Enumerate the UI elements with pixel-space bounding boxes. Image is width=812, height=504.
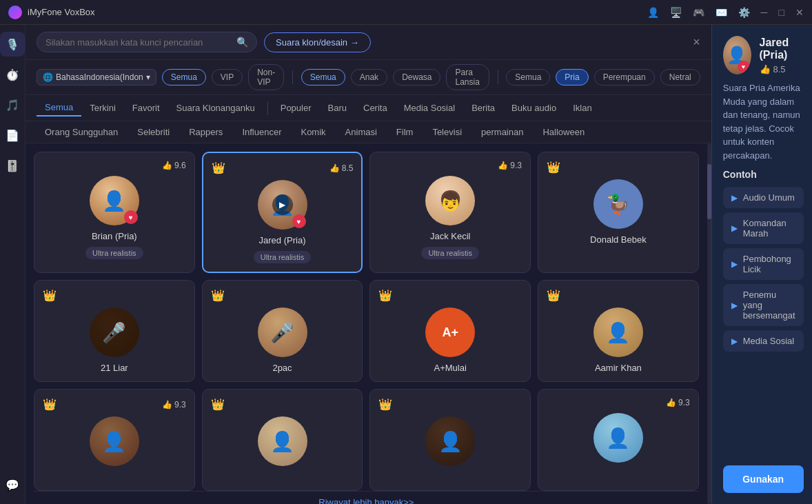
- close-icon[interactable]: ✕: [795, 7, 804, 18]
- sidebar-item-voice[interactable]: 🎙️: [0, 32, 25, 57]
- name-r1: [113, 472, 116, 482]
- avatar-wrap-r2: 👤: [258, 416, 307, 466]
- tag-jared: Ultra realistis: [254, 251, 312, 263]
- card-2pac[interactable]: 👑 🎤 2pac: [202, 280, 363, 382]
- subcat-permainan[interactable]: permainan: [473, 124, 531, 140]
- filter-chip-anak[interactable]: Anak: [351, 69, 387, 85]
- sidebar-item-chat[interactable]: 💬: [0, 472, 25, 497]
- filter-row: 🌐 BahasaIndonesia(Indon ▾ Semua VIP Non-…: [26, 60, 711, 95]
- card-r4[interactable]: 👍 9.3 👤: [538, 389, 699, 491]
- cat-terkini[interactable]: Terkini: [81, 100, 124, 116]
- sample-komandan-marah[interactable]: ▶ Komandan Marah: [723, 212, 804, 244]
- sample-penemu-bersemangat[interactable]: ▶ Penemu yang bersemangat: [723, 284, 804, 326]
- subcat-film[interactable]: Film: [388, 124, 422, 140]
- crown-amulai: 👑: [378, 289, 392, 302]
- sub-category-nav: Orang Sungguhan Selebriti Rappers Influe…: [26, 121, 711, 143]
- cat-iklan[interactable]: Iklan: [565, 100, 600, 116]
- tag-jack: Ultra realistis: [421, 247, 479, 259]
- cards-grid-wrap: 👍 9.6 👤 ♥ Brian (Pria) Ultra realistis: [26, 143, 707, 504]
- gunakan-button[interactable]: Gunakan: [723, 465, 804, 493]
- card-donald[interactable]: 👑 🦆 Donald Bebek: [538, 152, 699, 273]
- subcat-rappers[interactable]: Rappers: [181, 124, 231, 140]
- filter-chip-semua3[interactable]: Semua: [506, 69, 550, 85]
- mail-icon[interactable]: ✉️: [715, 7, 727, 18]
- gear-icon[interactable]: ⚙️: [738, 7, 750, 18]
- search-input[interactable]: [45, 37, 236, 48]
- card-top-21liar: 👑: [43, 289, 186, 302]
- crown-r1: 👑: [43, 398, 57, 411]
- subcat-animasi[interactable]: Animasi: [337, 124, 385, 140]
- cat-baru[interactable]: Baru: [320, 100, 355, 116]
- avatar-donald: 🦆: [593, 179, 643, 229]
- rating-jack: 👍 9.3: [498, 161, 522, 170]
- cat-semua[interactable]: Semua: [37, 99, 81, 117]
- gamepad-icon[interactable]: 🎮: [693, 7, 704, 18]
- scroll-thumb: [707, 164, 711, 219]
- search-button[interactable]: 🔍: [236, 37, 248, 48]
- card-jack[interactable]: 👍 9.3 👦 Jack Kecil Ultra realistis: [369, 152, 531, 273]
- monitor-icon[interactable]: 🖥️: [670, 7, 682, 18]
- thumb-icon-r4: 👍: [666, 398, 676, 407]
- rating-value-brian: 9.6: [174, 161, 186, 170]
- sample-label-audio-umum: Audio Umum: [743, 192, 795, 203]
- card-amulai[interactable]: 👑 A+ A+Mulai: [369, 280, 531, 382]
- filter-chip-pria[interactable]: Pria: [556, 69, 588, 85]
- avatar-wrap-amulai: A+: [425, 308, 475, 357]
- card-r3[interactable]: 👑 👤: [369, 389, 531, 491]
- card-brian[interactable]: 👍 9.6 👤 ♥ Brian (Pria) Ultra realistis: [34, 152, 195, 273]
- subcat-halloween[interactable]: Halloween: [534, 124, 593, 140]
- name-2pac: 2pac: [272, 363, 292, 373]
- history-label: Riwayat lebih banyak>>: [318, 497, 414, 504]
- card-r2[interactable]: 👑 👤: [202, 389, 363, 491]
- cat-berita[interactable]: Berita: [463, 100, 503, 116]
- scroll-indicator[interactable]: [707, 143, 711, 504]
- filter-chip-perempuan[interactable]: Perempuan: [594, 69, 655, 85]
- sidebar-item-document[interactable]: 📄: [0, 123, 25, 148]
- subcat-orang-sungguhan[interactable]: Orang Sungguhan: [37, 124, 126, 140]
- card-21liar[interactable]: 👑 🎤 21 Liar: [34, 280, 195, 382]
- avatar-jack: 👦: [425, 176, 475, 225]
- play-overlay-jared[interactable]: ▶: [272, 194, 293, 215]
- person-icon[interactable]: 👤: [647, 7, 659, 18]
- cat-cerita[interactable]: Cerita: [355, 100, 396, 116]
- sidebar-item-music[interactable]: 🎵: [0, 92, 25, 117]
- minimize-icon[interactable]: ─: [761, 7, 768, 18]
- avatar-r4: 👤: [593, 413, 643, 463]
- filter-chip-vip[interactable]: VIP: [212, 69, 243, 85]
- sample-label-media-sosial: Media Sosial: [743, 336, 794, 346]
- history-row[interactable]: Riwayat lebih banyak>>: [34, 491, 699, 504]
- card-top-r4: 👍 9.3: [547, 398, 690, 407]
- subcat-komik[interactable]: Komik: [292, 124, 334, 140]
- cat-media-sosial[interactable]: Media Sosial: [396, 100, 463, 116]
- subcat-influencer[interactable]: Influencer: [234, 124, 290, 140]
- cat-buku-audio[interactable]: Buku audio: [503, 100, 565, 116]
- sidebar-item-timer[interactable]: ⏱️: [0, 62, 25, 87]
- sample-media-sosial[interactable]: ▶ Media Sosial: [723, 330, 804, 352]
- cat-favorit[interactable]: Favorit: [124, 100, 168, 116]
- filter-chip-semua1[interactable]: Semua: [162, 69, 206, 85]
- filter-chip-netral[interactable]: Netral: [660, 69, 700, 85]
- cat-populer[interactable]: Populer: [272, 100, 320, 116]
- filter-chip-nonvip[interactable]: Non-VIP: [248, 64, 284, 90]
- panel-close-button[interactable]: ×: [693, 35, 700, 50]
- card-top-amulai: 👑: [378, 289, 522, 302]
- subcat-televisi[interactable]: Televisi: [424, 124, 470, 140]
- sidebar-item-mixer[interactable]: 🎚️: [0, 153, 25, 178]
- sample-label-pembohong-licik: Pembohong Licik: [743, 254, 795, 274]
- crown-r3: 👑: [378, 398, 392, 411]
- filter-chip-dewasa[interactable]: Dewasa: [393, 69, 440, 85]
- sample-audio-umum[interactable]: ▶ Audio Umum: [723, 187, 804, 208]
- filter-chip-semua2[interactable]: Semua: [301, 69, 345, 85]
- voice-clone-button[interactable]: Suara klon/desain →: [264, 32, 371, 52]
- right-panel: 👤 ♥ Jared (Pria) 👍 8.5 Suara Pria Amerik…: [711, 25, 812, 504]
- card-r1[interactable]: 👑 👍 9.3 👤: [34, 389, 195, 491]
- sample-pembohong-licik[interactable]: ▶ Pembohong Licik: [723, 248, 804, 280]
- avatar-wrap-aamir: 👤: [593, 308, 643, 357]
- card-aamir[interactable]: 👑 👤 Aamir Khan: [538, 280, 699, 382]
- card-jared[interactable]: 👑 👍 8.5 👤 ▶ ♥ Jared (Pria) Ult: [202, 152, 363, 273]
- language-selector[interactable]: 🌐 BahasaIndonesia(Indon ▾: [37, 69, 156, 85]
- filter-chip-paralansia[interactable]: Para Lansia: [446, 64, 489, 90]
- maximize-icon[interactable]: □: [779, 7, 784, 18]
- subcat-selebriti[interactable]: Selebriti: [129, 124, 178, 140]
- cat-suara-klonanganku[interactable]: Suara Klonanganku: [168, 100, 263, 116]
